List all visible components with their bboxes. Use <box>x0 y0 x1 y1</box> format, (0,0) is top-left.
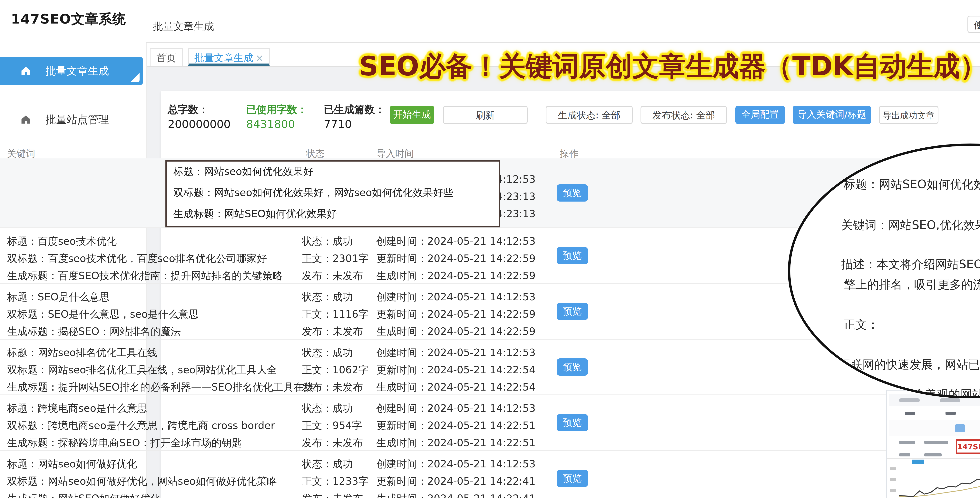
sidebar-item-label: 批量文章生成 <box>46 57 109 85</box>
status-cell-line: 发布：未发布 <box>302 436 363 450</box>
mini-table-numbers <box>889 411 980 416</box>
time-cell-line: 生成时间：2024-05-21 14:22:54 <box>376 380 536 395</box>
mini-line-chart-1 <box>890 460 980 497</box>
time-cell-line: 生成时间：2024-05-21 14:22:41 <box>376 492 536 498</box>
status-cell-line: 发布：未发布 <box>302 325 363 339</box>
overlay-description-2: 擎上的排名，吸引更多的流量和用户。 <box>843 278 980 293</box>
status-cell-line: 发布：未发布 <box>302 269 363 283</box>
breadcrumb: 批量文章生成 <box>153 20 214 34</box>
import-keywords-button[interactable]: 导入关键词/标题 <box>792 106 871 124</box>
overlay-keywords: 关键词：网站SEO,优化效果,搜索引擎排名,流量,用户 <box>841 218 980 233</box>
preview-button[interactable]: 预览 <box>557 303 588 320</box>
time-cell-line: 更新时间：2024-05-21 14:22:59 <box>376 307 536 321</box>
annotation-line: 生成标题：网站SEO如何优化效果好 <box>173 207 337 221</box>
tab-home[interactable]: 首页 <box>150 48 183 66</box>
close-icon[interactable]: × <box>256 53 263 64</box>
used-words-value: 8431800 <box>246 118 295 130</box>
total-words-value: 200000000 <box>168 118 231 130</box>
app-window: 147SEO文章系统 批量文章生成 使用教程 联系客服 65e4811dfb64… <box>0 0 980 498</box>
tutorial-button[interactable]: 使用教程 <box>967 16 980 33</box>
start-generate-button[interactable]: 开始生成 <box>390 106 434 124</box>
status-cell-line: 发布：未发布 <box>302 380 363 395</box>
time-cell-line: 更新时间：2024-05-21 14:22:59 <box>376 252 536 266</box>
keyword-cell-line: 标题：百度seo技术优化 <box>7 234 117 248</box>
overlay-description-1: 描述：本文将介绍网站SEO的优化方法，帮助您提升网 <box>841 257 980 272</box>
time-cell-line: 更新时间：2024-05-21 14:22:41 <box>376 474 536 488</box>
time-cell-line: 更新时间：2024-05-21 14:22:54 <box>376 363 536 377</box>
preview-button[interactable]: 预览 <box>557 247 588 264</box>
status-cell-line: 发布：未发布 <box>302 492 363 498</box>
keyword-annotation-box: 标题：网站seo如何优化效果好 双标题：网站seo如何优化效果好，网站seo如何… <box>165 160 500 228</box>
status-cell-line: 状态：成功 <box>302 346 353 360</box>
promo-headline: SEO必备！关键词原创文章生成器（TDK自动生成） <box>359 49 980 85</box>
keyword-cell-line: 生成标题：网站SEO如何做好优化 <box>7 492 161 498</box>
sidebar-item-batch-article[interactable]: 批量文章生成 <box>0 57 143 85</box>
status-cell-line: 正文：1116字 <box>302 307 369 321</box>
table-row: 标题：跨境电商seo是什么意思双标题：跨境电商seo是什么意思，跨境电商 cro… <box>0 395 980 451</box>
mini-blue-icon <box>955 424 965 432</box>
status-cell-line: 正文：2301字 <box>302 252 369 266</box>
overlay-body-1: 互联网的快速发展，网站已经成为企业 <box>839 358 980 372</box>
active-notch-icon <box>130 73 140 82</box>
generated-count-value: 7710 <box>324 118 352 130</box>
status-cell-line: 正文：1233字 <box>302 474 369 488</box>
time-cell-line: 更新时间：2024-05-21 14:22:51 <box>376 419 536 433</box>
status-cell-line: 正文：954字 <box>302 419 362 433</box>
total-words-label: 总字数： <box>168 103 208 117</box>
keyword-cell-line: 生成标题：百度SEO技术优化指南：提升网站排名的关键策略 <box>7 269 283 283</box>
time-cell-line: 创建时间：2024-05-21 14:12:53 <box>376 234 536 248</box>
keyword-cell-line: 标题：跨境电商seo是什么意思 <box>7 401 147 416</box>
table-row: 标题：网站seo如何做好优化双标题：网站seo如何做好优化，网站seo如何做好优… <box>0 451 980 498</box>
preview-button[interactable]: 预览 <box>557 470 588 487</box>
time-cell-line: 生成时间：2024-05-21 14:22:59 <box>376 269 536 283</box>
keyword-cell-line: 双标题：网站seo排名优化工具在线，seo网站优化工具大全 <box>7 363 277 377</box>
keyword-cell-line: 双标题：百度seo技术优化，百度seo排名优化公司哪家好 <box>7 252 267 266</box>
keyword-cell-line: 双标题：跨境电商seo是什么意思，跨境电商 cross border <box>7 419 275 433</box>
keyword-cell-line: 双标题：SEO是什么意思，seo是什么意思 <box>7 307 199 321</box>
time-cell-line: 创建时间：2024-05-21 14:12:53 <box>376 457 536 471</box>
publish-status-select[interactable]: 发布状态: 全部 <box>641 106 727 124</box>
case-banner: 147SEO官网案例，收录和排名稳定上升！ <box>956 439 980 454</box>
keyword-cell-line: 双标题：网站seo如何做好优化，网站seo如何做好优化策略 <box>7 474 277 488</box>
sidebar-item-label: 批量站点管理 <box>46 106 109 133</box>
keyword-cell-line: 生成标题：揭秘SEO：网站排名的魔法 <box>7 325 181 339</box>
time-cell-line: 创建时间：2024-05-21 14:12:53 <box>376 401 536 416</box>
status-cell-line: 状态：成功 <box>302 234 353 248</box>
case-screenshot: 147SEO官网案例，收录和排名稳定上升！ <box>886 390 980 498</box>
mini-icon-band <box>889 420 980 436</box>
app-logo: 147SEO文章系统 <box>11 10 126 28</box>
status-cell-line: 状态：成功 <box>302 457 353 471</box>
global-config-button[interactable]: 全局配置 <box>735 106 785 124</box>
overlay-title: 标题：网站SEO如何优化效果好 <box>843 177 980 192</box>
table-header: 关键词 状态 导入时间 操作 <box>0 148 980 158</box>
annotation-line: 标题：网站seo如何优化效果好 <box>173 165 313 179</box>
keyword-cell-line: 生成标题：提升网站SEO排名的必备利器——SEO排名优化工具在线 <box>7 380 314 395</box>
tab-label: 批量文章生成 <box>194 52 253 64</box>
preview-button[interactable]: 预览 <box>557 184 588 202</box>
keyword-cell-line: 标题：SEO是什么意思 <box>7 290 110 304</box>
keyword-cell-line: 标题：网站seo排名优化工具在线 <box>7 346 158 360</box>
time-cell-line: 生成时间：2024-05-21 14:22:59 <box>376 325 536 339</box>
sidebar-item-site-manage[interactable]: 批量站点管理 <box>0 106 143 133</box>
top-bar: 147SEO文章系统 批量文章生成 使用教程 联系客服 65e4811dfb64… <box>0 0 980 43</box>
refresh-button[interactable]: 刷新 <box>443 106 528 124</box>
overlay-body-label: 正文： <box>843 318 879 333</box>
status-cell-line: 状态：成功 <box>302 290 353 304</box>
preview-button[interactable]: 预览 <box>557 414 588 431</box>
time-cell-line: 生成时间：2024-05-21 14:22:51 <box>376 436 536 450</box>
tab-batch-article[interactable]: 批量文章生成× <box>188 48 270 66</box>
status-cell-line: 状态：成功 <box>302 401 353 416</box>
time-cell-line: 创建时间：2024-05-21 14:12:53 <box>376 346 536 360</box>
time-cell-line: 创建时间：2024-05-21 14:12:53 <box>376 290 536 304</box>
generated-count-label: 已生成篇数： <box>324 103 385 117</box>
preview-button[interactable]: 预览 <box>557 358 588 375</box>
export-success-button[interactable]: 导出成功文章 <box>879 106 939 124</box>
used-words-label: 已使用字数： <box>246 103 307 117</box>
home-icon <box>21 65 31 76</box>
keyword-cell-line: 生成标题：探秘跨境电商SEO：打开全球市场的钥匙 <box>7 436 242 450</box>
annotation-line: 双标题：网站seo如何优化效果好，网站seo如何优化效果好些 <box>173 186 453 200</box>
generate-status-select[interactable]: 生成状态: 全部 <box>546 106 633 124</box>
status-cell-line: 正文：1062字 <box>302 363 369 377</box>
chart-legend-chip <box>912 460 924 464</box>
home-icon <box>21 114 31 125</box>
